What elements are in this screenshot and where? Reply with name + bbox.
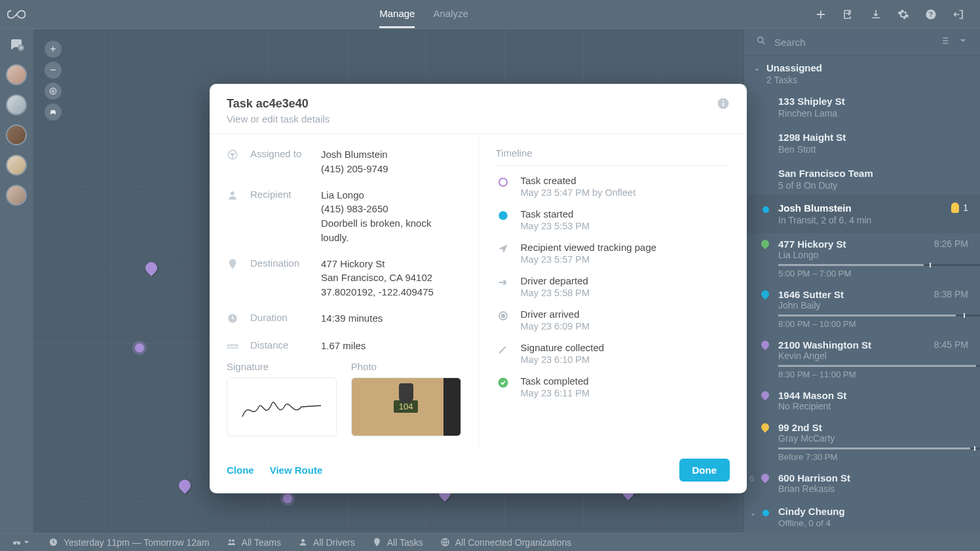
photo-image[interactable]: 104 xyxy=(351,377,461,436)
timeline-label: Timeline xyxy=(496,147,730,166)
timeline-title: Signature collected xyxy=(521,342,605,353)
clock-icon xyxy=(227,311,240,327)
modal-subtitle: View or edit task details xyxy=(227,113,330,124)
done-button[interactable]: Done xyxy=(679,459,730,482)
pin-icon xyxy=(227,257,240,299)
clone-button[interactable]: Clone xyxy=(227,465,254,476)
field-label: Duration xyxy=(250,311,311,327)
target-icon xyxy=(496,309,510,332)
modal-title: Task ac4e3e40 xyxy=(227,97,330,111)
info-icon[interactable] xyxy=(717,97,730,124)
view-route-button[interactable]: View Route xyxy=(270,465,323,476)
svg-point-25 xyxy=(501,314,504,318)
modal-details: Assigned to Josh Blumstein(415) 205-9749… xyxy=(210,134,479,449)
nav-icon xyxy=(496,242,510,265)
svg-point-19 xyxy=(231,191,235,195)
timeline-time: May 23 6:09 PM xyxy=(521,321,590,332)
timeline-item: Signature collected May 23 6:10 PM xyxy=(496,342,730,365)
modal-timeline: Timeline Task created May 23 5:47 PM by … xyxy=(479,134,747,449)
destination-value: 477 Hickory StSan Francisco, CA 9410237.… xyxy=(321,257,434,299)
signature-label: Signature xyxy=(227,361,337,372)
recipient-value: Lia Longo(415) 983-2650Doorbell is broke… xyxy=(321,188,461,245)
timeline-time: May 23 6:10 PM xyxy=(521,354,605,365)
task-detail-modal: Task ac4e3e40 View or edit task details … xyxy=(210,84,747,493)
svg-point-23 xyxy=(499,211,508,220)
timeline-title: Task created xyxy=(521,175,636,186)
timeline-time: May 23 5:47 PM by Onfleet xyxy=(521,187,636,198)
timeline-time: May 23 5:53 PM xyxy=(521,221,590,231)
timeline-time: May 23 5:58 PM xyxy=(521,288,590,298)
timeline-title: Task completed xyxy=(521,375,590,387)
steering-icon xyxy=(227,147,240,176)
photo-block: Photo 104 xyxy=(351,361,461,436)
timeline-item: Task completed May 23 6:11 PM xyxy=(496,375,730,398)
timeline-title: Driver arrived xyxy=(521,309,590,320)
distance-value: 1.67 miles xyxy=(321,339,366,354)
timeline-item: Recipient viewed tracking page May 23 5:… xyxy=(496,242,730,265)
timeline-time: May 23 5:57 PM xyxy=(521,254,657,265)
signature-image[interactable] xyxy=(227,377,337,436)
person-icon xyxy=(227,188,240,245)
timeline-title: Task started xyxy=(521,208,590,219)
field-label: Distance xyxy=(250,339,311,354)
circle-open-icon xyxy=(496,175,510,198)
assigned-value: Josh Blumstein(415) 205-9749 xyxy=(321,147,388,176)
field-label: Assigned to xyxy=(250,147,311,176)
arrow-icon xyxy=(496,275,510,298)
timeline-item: Driver arrived May 23 6:09 PM xyxy=(496,309,730,332)
timeline-item: Driver departed May 23 5:58 PM xyxy=(496,275,730,298)
signature-block: Signature xyxy=(227,361,337,436)
timeline-time: May 23 6:11 PM xyxy=(521,388,590,398)
modal-header: Task ac4e3e40 View or edit task details xyxy=(210,84,747,134)
modal-footer: Clone View Route Done xyxy=(210,449,747,493)
ruler-icon xyxy=(227,339,240,354)
svg-point-22 xyxy=(499,178,507,186)
field-label: Recipient xyxy=(250,188,311,245)
timeline-title: Driver departed xyxy=(521,275,590,286)
photo-label: Photo xyxy=(351,361,461,372)
pen-icon xyxy=(496,342,510,365)
svg-rect-15 xyxy=(723,102,724,106)
check-icon xyxy=(496,375,510,398)
timeline-item: Task started May 23 5:53 PM xyxy=(496,208,730,231)
timeline-item: Task created May 23 5:47 PM by Onfleet xyxy=(496,175,730,198)
circle-fill-icon xyxy=(496,208,510,231)
field-label: Destination xyxy=(250,257,311,299)
timeline-title: Recipient viewed tracking page xyxy=(521,242,657,253)
duration-value: 14:39 minutes xyxy=(321,311,383,327)
svg-point-16 xyxy=(723,100,724,102)
